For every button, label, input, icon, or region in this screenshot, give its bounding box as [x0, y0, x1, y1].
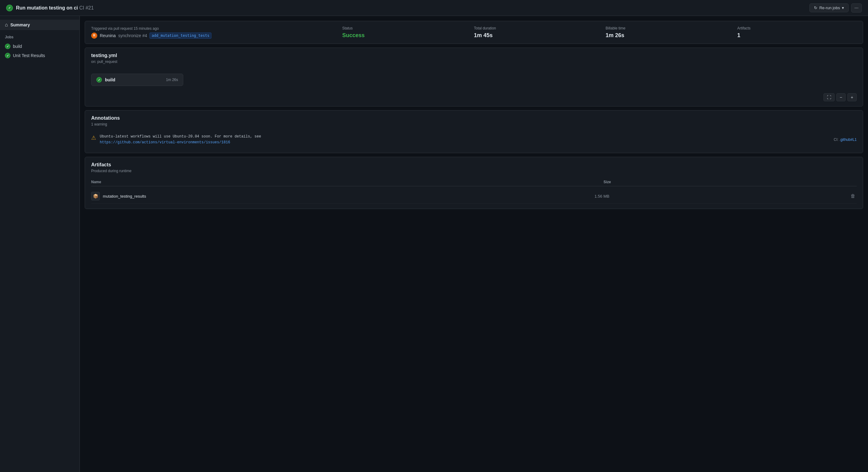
- header-actions: ↻ Re-run jobs ▾ ···: [809, 3, 862, 12]
- more-button[interactable]: ···: [851, 3, 862, 12]
- meta-commit: synchronize #4: [118, 33, 147, 38]
- annotation-message: Ubuntu-latest workflows will use Ubuntu-…: [100, 134, 261, 139]
- workflow-jobs: build 1m 26s: [91, 71, 857, 88]
- build-status-icon: [5, 43, 10, 49]
- rerun-button-label: Re-run jobs: [819, 5, 840, 10]
- meta-trigger: Triggered via pull request 15 minutes ag…: [91, 26, 330, 39]
- meta-trigger-content: R Reunina synchronize #4 add_mutation_te…: [91, 33, 330, 39]
- header-title: Run mutation testing on ci CI #21: [16, 5, 94, 11]
- annotation-link[interactable]: https://github.com/actions/virtual-envir…: [100, 140, 230, 145]
- meta-artifacts-value: 1: [737, 32, 857, 39]
- sidebar: ⌂ Summary Jobs build Unit Test Results: [0, 16, 80, 472]
- meta-artifacts-label: Artifacts: [737, 26, 857, 30]
- workflow-controls: ⛶ − +: [91, 93, 857, 101]
- sidebar-job-unit-test-label: Unit Test Results: [13, 53, 45, 58]
- artifacts-table-header: Name Size: [91, 178, 857, 186]
- fullscreen-button[interactable]: ⛶: [824, 93, 835, 101]
- artifact-name-cell: 📦 mutation_testing_results: [91, 192, 588, 200]
- artifact-name[interactable]: mutation_testing_results: [103, 194, 146, 198]
- meta-status-value: Success: [342, 32, 462, 39]
- meta-status-label: Status: [342, 26, 462, 30]
- artifacts-title: Artifacts: [91, 162, 857, 167]
- header: Run mutation testing on ci CI #21 ↻ Re-r…: [0, 0, 868, 16]
- sidebar-summary-label: Summary: [10, 22, 30, 27]
- artifact-row: 📦 mutation_testing_results 1.56 MB 🗑: [91, 189, 857, 204]
- sidebar-item-unit-test[interactable]: Unit Test Results: [0, 51, 80, 60]
- annotations-subtitle: 1 warning: [91, 122, 857, 126]
- workflow-job-build-left: build: [96, 77, 115, 83]
- artifact-size: 1.56 MB: [594, 194, 843, 198]
- workflow-job-build-duration: 1m 26s: [166, 77, 178, 82]
- meta-branch-tag[interactable]: add_mutation_testing_tests: [150, 33, 212, 39]
- annotation-ref: CI: .github#L1: [834, 137, 857, 142]
- workflow-job-build[interactable]: build 1m 26s: [91, 74, 183, 86]
- meta-billable: Billable time 1m 26s: [606, 26, 725, 39]
- avatar: R: [91, 33, 97, 39]
- meta-duration: Total duration 1m 45s: [474, 26, 593, 39]
- annotations-card: Annotations 1 warning ⚠ Ubuntu-latest wo…: [85, 110, 863, 153]
- meta-billable-label: Billable time: [606, 26, 725, 30]
- artifact-icon: 📦: [91, 192, 100, 200]
- zoom-in-button[interactable]: +: [847, 93, 857, 101]
- annotation-row: ⚠ Ubuntu-latest workflows will use Ubunt…: [91, 131, 857, 148]
- meta-billable-value: 1m 26s: [606, 32, 725, 39]
- artifacts-col-name: Name: [91, 180, 597, 184]
- meta-status: Status Success: [342, 26, 462, 39]
- workflow-job-build-name: build: [105, 77, 115, 82]
- workflow-ci-label: CI #21: [79, 5, 94, 10]
- artifact-delete-button[interactable]: 🗑: [849, 192, 857, 200]
- workflow-card: testing.yml on: pull_request build 1m 26…: [85, 48, 863, 106]
- workflow-build-status-icon: [96, 77, 102, 83]
- meta-duration-label: Total duration: [474, 26, 593, 30]
- zoom-out-button[interactable]: −: [836, 93, 846, 101]
- meta-duration-value: 1m 45s: [474, 32, 593, 39]
- meta-author: Reunina: [100, 33, 116, 38]
- sidebar-item-build[interactable]: build: [0, 42, 80, 51]
- main-content: Triggered via pull request 15 minutes ag…: [80, 16, 868, 472]
- warning-icon: ⚠: [91, 134, 96, 141]
- rerun-button[interactable]: ↻ Re-run jobs ▾: [809, 3, 848, 12]
- chevron-down-icon: ▾: [842, 5, 844, 10]
- meta-trigger-label: Triggered via pull request 15 minutes ag…: [91, 26, 330, 31]
- annotation-ref-link[interactable]: .github#L1: [839, 137, 857, 142]
- workflow-subtitle: on: pull_request: [91, 60, 857, 64]
- artifacts-col-size: Size: [603, 180, 857, 184]
- sidebar-summary[interactable]: ⌂ Summary: [0, 20, 80, 30]
- home-icon: ⌂: [5, 22, 8, 28]
- meta-card: Triggered via pull request 15 minutes ag…: [85, 21, 863, 44]
- artifacts-subtitle: Produced during runtime: [91, 169, 857, 173]
- meta-artifacts: Artifacts 1: [737, 26, 857, 39]
- annotation-text: Ubuntu-latest workflows will use Ubuntu-…: [100, 134, 830, 146]
- workflow-status-icon: [6, 5, 13, 11]
- sidebar-jobs-label: Jobs: [0, 33, 80, 42]
- sidebar-job-build-label: build: [13, 44, 22, 49]
- workflow-name: Run mutation testing on ci: [16, 5, 78, 10]
- unit-test-status-icon: [5, 53, 10, 58]
- header-left: Run mutation testing on ci CI #21: [6, 5, 94, 11]
- workflow-title: testing.yml: [91, 53, 857, 58]
- page-layout: ⌂ Summary Jobs build Unit Test Results T…: [0, 16, 868, 472]
- artifacts-card: Artifacts Produced during runtime Name S…: [85, 157, 863, 209]
- rerun-icon: ↻: [814, 5, 817, 10]
- annotations-title: Annotations: [91, 116, 857, 121]
